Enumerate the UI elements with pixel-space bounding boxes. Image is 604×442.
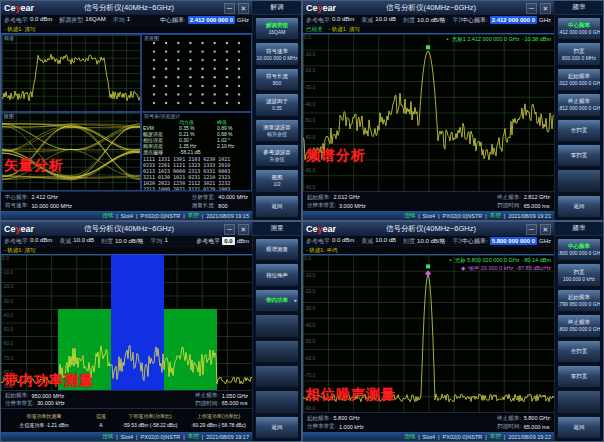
center-frequency-readout[interactable]: 中心频率:2.412 000 000 0GHz (160, 16, 249, 25)
sidebar-buttons: 频谱测量相位噪声带内功率▸返回 (253, 236, 301, 441)
measurement-settings-row: 参考电平0.0 dBm衰减10.0 dB刻度10.0 dB/格平均1 参考电平0… (1, 236, 252, 247)
header-field: 衰减10.0 dB (361, 16, 396, 25)
sidebar-button-全扫宽[interactable]: 全扫宽 (557, 340, 601, 363)
sidebar-button-label: 频谱测量 (266, 246, 288, 253)
field-value: 10.0 dB/格 (417, 16, 445, 25)
minimize-icon[interactable]: ─ (224, 3, 235, 14)
pane-title: 符号表/误差统计 (144, 113, 180, 119)
separator: | (136, 434, 137, 440)
title-bar[interactable]: Ceyear 信号分析仪(40MHz~6GHz) ─✕ (303, 1, 554, 15)
footer-item: 终止频率:5.800 GHz (497, 414, 550, 423)
sidebar-button-返回[interactable]: 返回 (557, 195, 601, 218)
minimize-icon[interactable]: ─ (526, 3, 537, 14)
summary-row: 原点偏移-58.21 dB (142, 149, 251, 155)
sidebar-button-扫宽[interactable]: 扫宽800.000 0 MHz (557, 42, 601, 65)
vsa-display-area: 频谱 星座图 眼图 符号表/误差统计 均方值峰值EVM0.35 (1, 34, 252, 191)
footer-label: 扫描时间: (497, 423, 521, 430)
settings-fields: 参考电平0.0 dBm解调类型16QAM平均1 (4, 16, 130, 25)
footer-item: 中心频率:2.412 GHz (5, 193, 72, 202)
center-frequency-readout[interactable]: 中心频率:5.800 000 000 0GHz (462, 237, 551, 246)
sidebar-button-参考滤波器[interactable]: 参考滤波器升余弦 (255, 144, 299, 167)
freq-value[interactable]: 2.412 000 000 0 (490, 16, 537, 24)
sidebar-button-返回[interactable]: 返回 (255, 416, 299, 439)
close-icon[interactable]: ✕ (238, 3, 249, 14)
sidebar-button-起始频率[interactable]: 起始频率2.012 000 000 0 GHz (557, 68, 601, 91)
sidebar-button-零扫宽[interactable]: 零扫宽 (557, 365, 601, 388)
footer-value: 800 (218, 203, 227, 209)
footer-label: 扫描时间: (497, 202, 521, 209)
trace-status-strip: - 轨迹1: 平均 (303, 247, 554, 255)
symbol-hex-dump: 1111 1331 1301 2103 0230 10210233 2201 1… (142, 155, 251, 191)
field-value: 10.0 dB (73, 237, 94, 246)
title-bar[interactable]: Ceyear 信号分析仪(40MHz~6GHz) ─✕ (1, 1, 252, 15)
footer-value: 30.000 kHz (37, 400, 65, 406)
sidebar-buttons: 中心频率5.800 000 000 0 GHz扫宽100.000 0 kHz起始… (555, 236, 603, 441)
sidebar-button-value: 2.812 000 000 0 GHz (557, 105, 601, 111)
center-frequency-readout[interactable]: 中心频率:2.412 000 000 0GHz (462, 16, 551, 25)
acpr-cell: A (87, 422, 115, 428)
sidebar-button-符号速率[interactable]: 符号速率10.000 000 0 MHz (255, 42, 299, 65)
freq-value[interactable]: 5.800 000 000 0 (490, 237, 537, 245)
sidebar-button-label: 返回 (272, 424, 283, 431)
sidebar-button-返回[interactable]: 返回 (557, 416, 601, 439)
sidebar-button-滤波因子[interactable]: 滤波因子0.35 (255, 93, 299, 116)
close-icon[interactable]: ✕ (238, 224, 249, 235)
close-icon[interactable]: ✕ (540, 224, 551, 235)
footer-item: 扫描时间:65.000 ms (195, 400, 248, 408)
sidebar-button-测量滤波器[interactable]: 测量滤波器根升余弦 (255, 119, 299, 142)
reference-level-readout[interactable]: 参考电平0.0dBm (196, 237, 249, 246)
footer-value: 2.012 GHz (334, 194, 360, 200)
sidebar-button-label: 符号长度 (266, 73, 288, 80)
sidebar-button-相位噪声[interactable]: 相位噪声 (255, 263, 299, 286)
sidebar-button-起始频率[interactable]: 起始频率5.799 950 000 0 GHz (557, 289, 601, 312)
acpr-result-table: 邻道功率比测量信道下邻道功率(功率比)上邻道功率(功率比) 主信道功率 -1.2… (1, 408, 252, 432)
sidebar-button-全扫宽[interactable]: 全扫宽 (557, 119, 601, 142)
datetime: 2021/08/09 19:21 (508, 213, 551, 219)
field-label: 刻度 (101, 237, 113, 246)
title-bar[interactable]: Ceyear 信号分析仪(40MHz~6GHz) ─✕ (1, 222, 252, 236)
window-title: 信号分析仪(40MHz~6GHz) (336, 3, 526, 13)
status-bar: 连续|Slot4|PX02(0:0)NSTR|本控|2021/08/09 19:… (1, 432, 252, 441)
minimize-icon[interactable]: ─ (224, 224, 235, 235)
header-field: 刻度10.0 dB/格 (101, 237, 143, 246)
control-mode: 本控 (490, 212, 501, 219)
sidebar-button-零扫宽[interactable]: 零扫宽 (557, 144, 601, 167)
freq-value[interactable]: 2.412 000 000 0 (188, 16, 235, 24)
freq-unit: GHz (539, 238, 551, 244)
four-instrument-screens: Ceyear 信号分析仪(40MHz~6GHz) ─✕ 参考电平0.0 dBm解… (0, 0, 604, 442)
sidebar-button-终止频率[interactable]: 终止频率5.800 050 000 0 GHz (557, 314, 601, 337)
close-icon[interactable]: ✕ (540, 3, 551, 14)
sidebar-button-视图[interactable]: 视图1/2 (255, 169, 299, 192)
acpr-cell: 邻道功率比测量 (1, 413, 87, 419)
minimize-icon[interactable]: ─ (526, 224, 537, 235)
module-label: PX02(0:0)NSTR (443, 434, 483, 440)
summary-cell: 原点偏移 (143, 149, 179, 155)
pane-title: 频谱 (4, 35, 14, 41)
marker-amplitude: -87.85 dBc/Hz (516, 265, 551, 272)
footer-item: 测量长度:800 (192, 202, 248, 211)
sidebar-button-带内功率[interactable]: 带内功率▸ (255, 289, 299, 312)
trace-label: - 轨迹1: 平均 (306, 247, 337, 254)
sidebar-button-中心频率[interactable]: 中心频率2.412 000 000 0 GHz (557, 17, 601, 40)
title-bar[interactable]: Ceyear 信号分析仪(40MHz~6GHz) ─✕ (303, 222, 554, 236)
sidebar-button-中心频率[interactable]: 中心频率5.800 000 000 0 GHz (557, 238, 601, 261)
sidebar-button-value: 800 (273, 80, 281, 86)
phase-noise-display-area: 0.0-10.0-20.0-30.0-40.0-50.0-60.0-70.0-8… (303, 255, 554, 412)
channel-power-trace (1, 255, 252, 390)
sidebar-button-扫宽[interactable]: 扫宽100.000 0 kHz (557, 263, 601, 286)
logo-text: Ce (306, 224, 318, 234)
error-summary-table: 均方值峰值EVM0.35 %0.89 %幅度误差0.21 %0.68 %相位误差… (142, 119, 251, 155)
ref-level-value[interactable]: 0.0 (222, 237, 234, 245)
symbol-table-pane: 符号表/误差统计 均方值峰值EVM0.35 %0.89 %幅度误差0.21 %0… (141, 112, 252, 191)
ceyear-logo: Ceyear (4, 222, 34, 236)
sidebar-button-解调类型[interactable]: 解调类型16QAM (255, 17, 299, 40)
sidebar-button-符号长度[interactable]: 符号长度800 (255, 68, 299, 91)
sidebar-button-label: 扫宽 (574, 48, 585, 55)
freq-unit: GHz (237, 17, 249, 23)
footer-value: 1.050 GHz (222, 393, 248, 399)
sidebar-button-频谱测量[interactable]: 频谱测量 (255, 238, 299, 261)
footer-readouts: 中心频率:2.412 GHz符号速率:10.000 000 MHz分析带宽:40… (1, 191, 252, 211)
sidebar-button-返回[interactable]: 返回 (255, 195, 299, 218)
sidebar-button-终止频率[interactable]: 终止频率2.812 000 000 0 GHz (557, 93, 601, 116)
run-state: 连续 (404, 212, 415, 219)
